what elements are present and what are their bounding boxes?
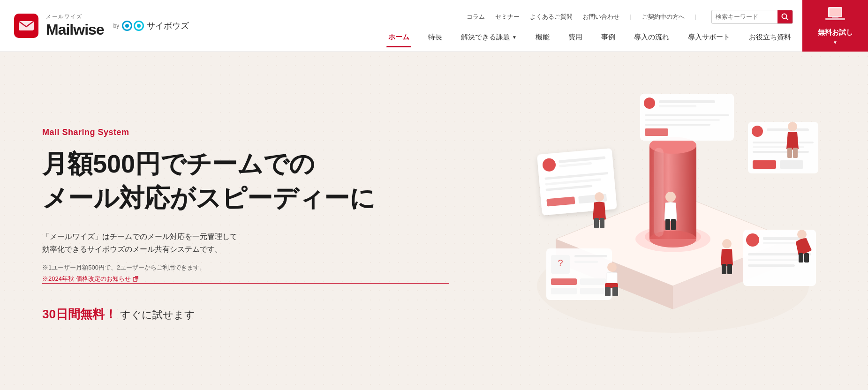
nav-link-column[interactable]: コラム <box>467 13 485 21</box>
svg-rect-39 <box>753 142 814 143</box>
hero-title: 月額500円でチームでの メール対応がスピーディーに <box>42 147 449 215</box>
svg-rect-62 <box>793 148 798 158</box>
svg-rect-6 <box>832 17 838 18</box>
svg-rect-50 <box>748 264 795 267</box>
top-bar: メールワイズ Mailwise by サイボウズ コラム セミナー よくあるご質… <box>0 0 868 52</box>
svg-rect-43 <box>780 160 803 169</box>
svg-point-73 <box>722 239 732 248</box>
hero-section: Mail Sharing System 月額500円でチームでの メール対応がス… <box>0 52 868 389</box>
nav-item-functions[interactable]: 機能 <box>534 28 551 47</box>
svg-rect-49 <box>748 259 804 261</box>
hero-desc-line2: 効率化できるサイボウズのメール共有システムです。 <box>42 245 222 253</box>
main-nav: ホーム 特長 解決できる課題 ▼ 機能 費用 事例 導入の流れ 導入サポート お… <box>386 28 802 47</box>
svg-rect-30 <box>659 100 715 103</box>
svg-rect-32 <box>645 114 729 116</box>
chevron-down-icon: ▼ <box>512 35 517 40</box>
nav-item-flow[interactable]: 導入の流れ <box>632 28 671 47</box>
logo-main-text: Mailwise <box>46 21 104 38</box>
svg-rect-65 <box>600 218 604 228</box>
svg-rect-55 <box>574 261 598 263</box>
search-icon <box>781 13 789 21</box>
free-trial-label: 無料お試し <box>818 28 853 37</box>
svg-rect-33 <box>645 119 720 121</box>
free-days-label: 30日間無料！ すぐに試せます <box>42 306 449 322</box>
svg-rect-41 <box>753 151 809 153</box>
svg-rect-18 <box>654 148 664 237</box>
hero-illustration: ? <box>509 61 837 380</box>
free-days-text: 30日間無料！ <box>42 307 117 321</box>
nav-item-home[interactable]: ホーム <box>386 28 411 47</box>
svg-rect-58 <box>580 278 606 285</box>
isometric-svg: ? <box>509 61 837 380</box>
svg-text:?: ? <box>558 258 563 268</box>
nav-item-cases[interactable]: 事例 <box>599 28 617 47</box>
logo-kana: メールワイズ <box>46 13 104 20</box>
hero-title-line2: メール対応がスピーディーに <box>42 184 375 212</box>
nav-item-support[interactable]: 導入サポート <box>686 28 732 47</box>
svg-rect-71 <box>605 287 611 296</box>
svg-rect-78 <box>804 253 809 262</box>
cybozu-logo: by サイボウズ <box>112 20 189 31</box>
svg-rect-57 <box>551 288 577 294</box>
cybozu-text: サイボウズ <box>147 20 189 31</box>
laptop-icon <box>825 6 845 25</box>
svg-line-8 <box>135 277 138 279</box>
svg-rect-34 <box>645 124 710 126</box>
svg-rect-61 <box>787 148 792 158</box>
nav-item-resources[interactable]: お役立ち資料 <box>747 28 793 47</box>
svg-rect-31 <box>659 105 696 107</box>
price-change-link[interactable]: ※2024年秋 価格改定のお知らせ <box>42 275 449 284</box>
chevron-down-icon-trial: ▼ <box>833 40 838 45</box>
nav-link-contract[interactable]: ご契約中の方へ <box>642 13 685 21</box>
svg-rect-64 <box>594 218 599 228</box>
svg-line-2 <box>786 18 788 20</box>
search-button[interactable] <box>777 10 793 24</box>
svg-rect-67 <box>665 219 670 230</box>
nav-link-contact[interactable]: お問い合わせ <box>583 13 619 21</box>
svg-rect-4 <box>830 8 841 16</box>
mailwise-logo-icon <box>14 14 38 38</box>
free-trial-button[interactable]: 無料お試し ▼ <box>802 0 868 52</box>
svg-rect-59 <box>580 288 606 294</box>
search-box[interactable] <box>711 10 793 24</box>
svg-point-60 <box>788 122 797 131</box>
hero-subtitle: Mail Sharing System <box>42 128 449 137</box>
nav-item-pricing[interactable]: 費用 <box>566 28 584 47</box>
svg-point-69 <box>607 262 617 272</box>
by-label: by <box>113 22 120 29</box>
separator-1: | <box>630 13 631 20</box>
svg-point-29 <box>644 98 655 109</box>
nav-link-faq[interactable]: よくあるご質問 <box>530 13 573 21</box>
svg-rect-74 <box>722 264 726 274</box>
svg-rect-75 <box>727 264 732 274</box>
svg-rect-56 <box>551 278 577 285</box>
nav-right: コラム セミナー よくあるご質問 お問い合わせ | ご契約中の方へ | ホーム … <box>189 4 802 47</box>
separator-2: | <box>695 13 696 20</box>
logo-area: メールワイズ Mailwise by サイボウズ <box>14 13 189 38</box>
svg-point-76 <box>797 230 807 239</box>
svg-rect-54 <box>574 255 607 257</box>
svg-point-45 <box>746 233 759 247</box>
nav-link-seminar[interactable]: セミナー <box>495 13 520 21</box>
svg-rect-47 <box>763 242 796 244</box>
hero-right: ? <box>477 52 868 389</box>
svg-point-66 <box>665 192 676 202</box>
hero-left: Mail Sharing System 月額500円でチームでの メール対応がス… <box>0 52 477 389</box>
logo-text: メールワイズ Mailwise <box>46 13 104 38</box>
svg-rect-77 <box>799 253 803 262</box>
svg-rect-72 <box>612 287 618 296</box>
svg-rect-35 <box>645 128 668 136</box>
svg-point-37 <box>752 126 763 137</box>
free-subtext: すぐに試せます <box>120 309 195 321</box>
svg-point-63 <box>595 192 604 202</box>
top-links: コラム セミナー よくあるご質問 お問い合わせ | ご契約中の方へ | <box>467 4 802 28</box>
nav-item-issues[interactable]: 解決できる課題 ▼ <box>459 28 519 47</box>
nav-item-features[interactable]: 特長 <box>426 28 444 47</box>
hero-desc-line1: 「メールワイズ」はチームでのメール対応を一元管理して <box>42 232 237 240</box>
svg-point-1 <box>782 14 787 18</box>
search-input[interactable] <box>712 13 777 20</box>
cybozu-circles-icon <box>122 21 144 31</box>
hero-title-line1: 月額500円でチームでの <box>42 150 315 178</box>
external-link-icon <box>133 276 138 282</box>
svg-rect-42 <box>753 160 776 169</box>
